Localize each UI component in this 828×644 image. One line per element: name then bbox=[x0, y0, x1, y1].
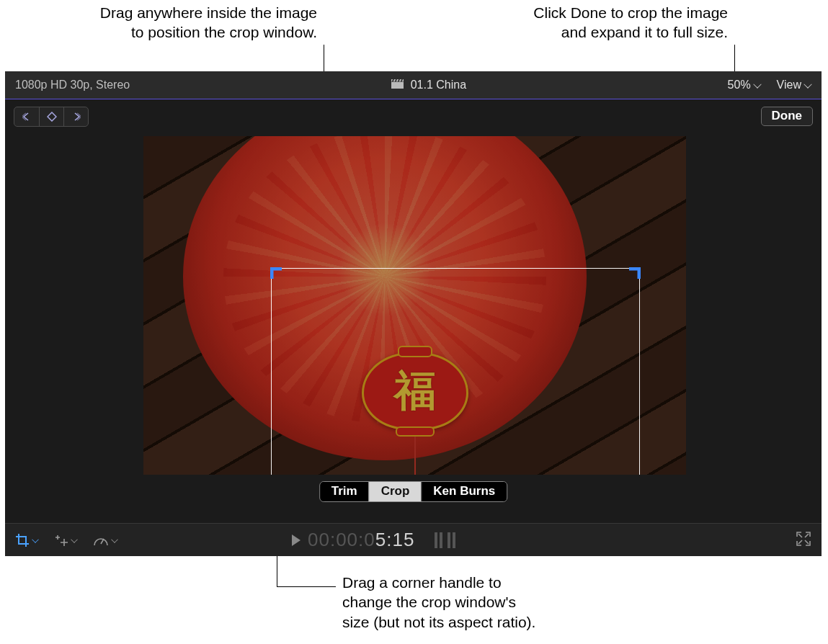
segment-label: Crop bbox=[381, 484, 410, 498]
fullscreen-button[interactable] bbox=[796, 531, 811, 550]
view-label: View bbox=[777, 79, 801, 91]
crop-icon bbox=[15, 533, 30, 547]
segment-label: Trim bbox=[331, 484, 357, 498]
video-viewer: 福 bbox=[143, 136, 686, 475]
chevron-down-icon bbox=[803, 80, 811, 88]
done-button[interactable]: Done bbox=[761, 107, 814, 126]
callout-crop-position: Drag anywhere inside the image to positi… bbox=[29, 3, 317, 43]
crop-handle-top-right[interactable] bbox=[626, 267, 641, 282]
zoom-label: 50% bbox=[728, 79, 751, 91]
leader-line bbox=[277, 586, 336, 587]
divider-line bbox=[5, 99, 822, 99]
chevron-down-icon bbox=[111, 536, 118, 543]
svg-line-6 bbox=[101, 539, 104, 544]
expand-icon bbox=[796, 531, 811, 547]
next-frame-button[interactable] bbox=[63, 107, 88, 126]
effects-tool-dropdown[interactable] bbox=[54, 533, 77, 547]
callout-done-hint: Click Done to crop the image and expand … bbox=[461, 3, 728, 43]
segment-label: Ken Burns bbox=[433, 484, 495, 498]
segment-crop[interactable]: Crop bbox=[369, 482, 422, 501]
bottom-toolbar: 00:00:05:15 bbox=[5, 523, 822, 556]
timecode-dim: 00:00:0 bbox=[308, 529, 375, 550]
view-dropdown[interactable]: View bbox=[777, 79, 811, 91]
zoom-dropdown[interactable]: 50% bbox=[728, 79, 761, 91]
audio-meter-icon bbox=[435, 532, 455, 548]
frame-nav-buttons bbox=[14, 107, 89, 127]
svg-rect-0 bbox=[391, 82, 404, 89]
callout-text: Drag a corner handle to change the crop … bbox=[342, 574, 535, 630]
crop-mode-segment-control: Trim Crop Ken Burns bbox=[319, 481, 508, 502]
segment-ken-burns[interactable]: Ken Burns bbox=[421, 482, 507, 501]
crop-tool-dropdown[interactable] bbox=[15, 533, 38, 547]
playhead-area: 00:00:05:15 bbox=[292, 524, 455, 556]
timecode-bright: 5:15 bbox=[375, 529, 415, 550]
format-info-label: 1080p HD 30p, Stereo bbox=[15, 79, 130, 91]
speedometer-icon bbox=[93, 534, 109, 547]
prev-frame-button[interactable] bbox=[14, 107, 39, 126]
callout-text: Drag anywhere inside the image to positi… bbox=[100, 4, 317, 40]
chevron-down-icon bbox=[32, 536, 39, 543]
done-label: Done bbox=[772, 109, 803, 122]
chevron-down-icon bbox=[71, 536, 78, 543]
clip-name-label: 01.1 China bbox=[411, 79, 466, 91]
viewer-window: 1080p HD 30p, Stereo 01.1 China 50% View bbox=[5, 71, 822, 556]
retime-tool-dropdown[interactable] bbox=[93, 534, 117, 547]
callout-corner-hint: Drag a corner handle to change the crop … bbox=[342, 573, 580, 632]
crop-handle-top-left[interactable] bbox=[270, 267, 285, 282]
clip-info: 01.1 China bbox=[391, 79, 466, 91]
current-frame-button[interactable] bbox=[39, 107, 63, 126]
clapperboard-icon bbox=[391, 79, 404, 91]
play-button[interactable] bbox=[292, 535, 301, 546]
crop-window[interactable] bbox=[272, 269, 639, 475]
callout-text: Click Done to crop the image and expand … bbox=[533, 4, 728, 40]
timecode-display[interactable]: 00:00:05:15 bbox=[308, 529, 414, 551]
segment-trim[interactable]: Trim bbox=[320, 482, 369, 501]
chevron-down-icon bbox=[753, 80, 761, 88]
title-bar: 1080p HD 30p, Stereo 01.1 China 50% View bbox=[5, 71, 822, 99]
sparkle-icon bbox=[54, 533, 68, 547]
